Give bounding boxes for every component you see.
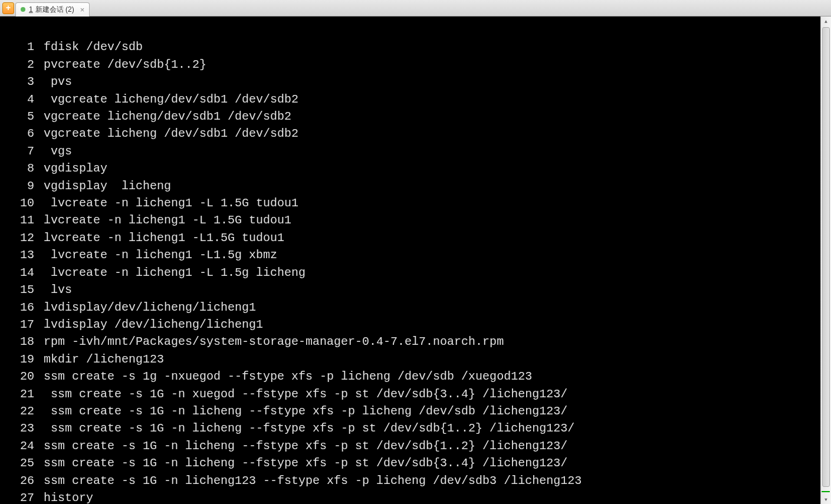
- history-line: 9vgdisplay licheng: [2, 177, 829, 195]
- history-line: 15 lvs: [2, 281, 829, 298]
- line-number: 14: [2, 264, 44, 281]
- line-number: 23: [2, 420, 44, 437]
- history-line: 4 vgcreate licheng/dev/sdb1 /dev/sdb2: [2, 91, 829, 108]
- line-number: 1: [2, 38, 44, 55]
- line-number: 26: [2, 472, 44, 489]
- command-text: lvcreate -n licheng1 -L 1.5g licheng: [44, 264, 306, 281]
- line-number: 27: [2, 489, 44, 504]
- command-text: fdisk /dev/sdb: [44, 38, 143, 55]
- command-text: rpm -ivh/mnt/Packages/system-storage-man…: [44, 333, 504, 350]
- line-number: 8: [2, 160, 44, 177]
- command-text: ssm create -s 1G -n xuegod --fstype xfs …: [44, 386, 567, 403]
- history-line: 6vgcreate licheng /dev/sdb1 /dev/sdb2: [2, 125, 829, 142]
- tab-number: 1: [29, 5, 33, 14]
- session-tab[interactable]: 1 新建会话 (2) ×: [15, 2, 90, 17]
- line-number: 9: [2, 177, 44, 195]
- command-text: ssm create -s 1G -n licheng --fstype xfs…: [44, 403, 567, 420]
- command-text: pvcreate /dev/sdb{1..2}: [44, 56, 206, 73]
- command-text: lvdisplay /dev/licheng/licheng1: [44, 316, 263, 333]
- history-line: 23 ssm create -s 1G -n licheng --fstype …: [2, 420, 829, 437]
- scroll-down-button[interactable]: ▼: [821, 495, 831, 504]
- command-text: ssm create -s 1G -n licheng123 --fstype …: [44, 472, 582, 489]
- history-line: 10 lvcreate -n licheng1 -L 1.5G tudou1: [2, 195, 829, 212]
- line-number: 6: [2, 125, 44, 142]
- command-text: vgcreate licheng/dev/sdb1 /dev/sdb2: [44, 91, 298, 108]
- command-text: vgdisplay: [44, 160, 107, 177]
- history-line: 2pvcreate /dev/sdb{1..2}: [2, 56, 829, 73]
- line-number: 7: [2, 143, 44, 160]
- line-number: 4: [2, 91, 44, 108]
- vertical-scrollbar[interactable]: ▲ ▼: [820, 17, 831, 504]
- command-text: lvcreate -n licheng1 -L1.5g xbmz: [44, 246, 277, 263]
- line-number: 16: [2, 299, 44, 316]
- command-text: lvs: [44, 281, 72, 298]
- command-text: ssm create -s 1g -nxuegod --fstype xfs -…: [44, 368, 532, 385]
- history-line: 20ssm create -s 1g -nxuegod --fstype xfs…: [2, 368, 829, 385]
- scroll-up-button[interactable]: ▲: [821, 17, 831, 26]
- command-text: lvdisplay/dev/licheng/licheng1: [44, 299, 256, 316]
- terminal-output[interactable]: 1fdisk /dev/sdb2pvcreate /dev/sdb{1..2}3…: [0, 17, 831, 504]
- new-tab-button[interactable]: +: [2, 2, 14, 14]
- line-number: 12: [2, 229, 44, 246]
- connection-status-icon: [21, 7, 25, 12]
- line-number: 19: [2, 351, 44, 368]
- command-text: mkdir /licheng123: [44, 351, 164, 368]
- history-line: 5vgcreate licheng/dev/sdb1 /dev/sdb2: [2, 108, 829, 125]
- history-line: 26ssm create -s 1G -n licheng123 --fstyp…: [2, 472, 829, 489]
- line-number: 2: [2, 56, 44, 73]
- command-text: lvcreate -n licheng1 -L 1.5G tudou1: [44, 212, 291, 229]
- history-line: 21 ssm create -s 1G -n xuegod --fstype x…: [2, 386, 829, 403]
- line-number: 5: [2, 108, 44, 125]
- scrollbar-thumb[interactable]: [822, 27, 830, 487]
- history-line: 8vgdisplay: [2, 160, 829, 177]
- history-line: 27history: [2, 489, 829, 504]
- line-number: 13: [2, 246, 44, 263]
- history-line: 7 vgs: [2, 143, 829, 160]
- command-text: vgs: [44, 143, 72, 160]
- line-number: 18: [2, 333, 44, 350]
- plus-icon: +: [6, 4, 11, 13]
- command-text: vgcreate licheng /dev/sdb1 /dev/sdb2: [44, 125, 298, 142]
- line-number: 11: [2, 212, 44, 229]
- tab-title: 新建会话 (2): [35, 5, 74, 15]
- command-text: vgdisplay licheng: [44, 177, 171, 195]
- history-line: 24ssm create -s 1G -n licheng --fstype x…: [2, 437, 829, 454]
- command-text: history: [44, 489, 93, 504]
- history-line: 22 ssm create -s 1G -n licheng --fstype …: [2, 403, 829, 420]
- line-number: 3: [2, 73, 44, 90]
- history-line: 19mkdir /licheng123: [2, 351, 829, 368]
- line-number: 21: [2, 386, 44, 403]
- history-line: 3 pvs: [2, 73, 829, 90]
- command-text: ssm create -s 1G -n licheng --fstype xfs…: [44, 420, 574, 437]
- history-line: 25ssm create -s 1G -n licheng --fstype x…: [2, 454, 829, 472]
- history-line: 11lvcreate -n licheng1 -L 1.5G tudou1: [2, 212, 829, 229]
- history-line: 1fdisk /dev/sdb: [2, 38, 829, 55]
- line-number: 25: [2, 454, 44, 472]
- line-number: 17: [2, 316, 44, 333]
- command-text: lvcreate -n licheng1 -L 1.5G tudou1: [44, 195, 298, 212]
- history-line: 18rpm -ivh/mnt/Packages/system-storage-m…: [2, 333, 829, 350]
- history-line: 13 lvcreate -n licheng1 -L1.5g xbmz: [2, 246, 829, 263]
- history-line: 16lvdisplay/dev/licheng/licheng1: [2, 299, 829, 316]
- line-number: 22: [2, 403, 44, 420]
- history-line: 14 lvcreate -n licheng1 -L 1.5g licheng: [2, 264, 829, 281]
- command-text: ssm create -s 1G -n licheng --fstype xfs…: [44, 454, 567, 472]
- history-line: 17lvdisplay /dev/licheng/licheng1: [2, 316, 829, 333]
- command-text: vgcreate licheng/dev/sdb1 /dev/sdb2: [44, 108, 291, 125]
- command-text: pvs: [44, 73, 72, 90]
- close-tab-button[interactable]: ×: [80, 5, 85, 14]
- command-text: lvcreate -n licheng1 -L1.5G tudou1: [44, 229, 284, 246]
- history-line: 12lvcreate -n licheng1 -L1.5G tudou1: [2, 229, 829, 246]
- line-number: 20: [2, 368, 44, 385]
- line-number: 24: [2, 437, 44, 454]
- tab-bar: + 1 新建会话 (2) ×: [0, 0, 831, 17]
- scroll-status-indicator: [822, 491, 830, 492]
- line-number: 10: [2, 195, 44, 212]
- command-text: ssm create -s 1G -n licheng --fstype xfs…: [44, 437, 567, 454]
- line-number: 15: [2, 281, 44, 298]
